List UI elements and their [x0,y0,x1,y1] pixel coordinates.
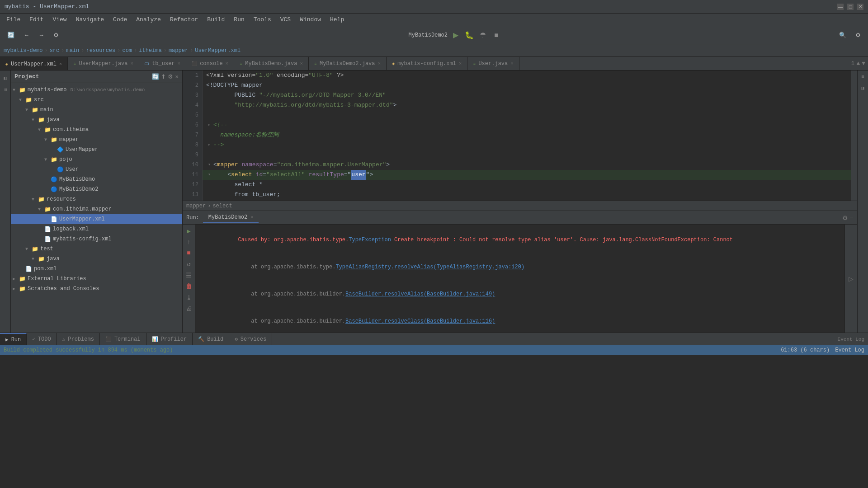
run-minimize-btn[interactable]: − [850,214,854,221]
tab-close-icon[interactable]: × [178,61,181,66]
event-log-status[interactable]: Event Log [835,347,864,353]
stop-button[interactable]: ■ [491,30,502,41]
menu-window[interactable]: Window [295,14,326,25]
link-3[interactable]: BaseBuilder.resolveClass(BaseBuilder.jav… [345,318,495,324]
tab-close-icon[interactable]: × [459,61,462,66]
tree-item-com-itheima[interactable]: ▼ 📁 com.itheima [11,125,182,135]
tab-close-icon[interactable]: × [510,61,514,66]
tab-close-icon[interactable]: × [378,61,381,66]
menu-help[interactable]: Help [326,14,349,25]
tab-close-icon[interactable]: × [59,61,62,67]
fold-btn-10[interactable]: ▾ [206,162,212,168]
bottom-tab-problems[interactable]: ⚠ Problems [57,333,100,345]
run-stop-icon[interactable]: ■ [186,249,191,258]
menu-edit[interactable]: Edit [25,14,48,25]
menu-analyze[interactable]: Analyze [132,14,165,25]
breadcrumb-item-4[interactable]: com [122,47,132,54]
tree-item-src[interactable]: ▼ 📁 src [11,95,182,105]
position-indicator[interactable]: 61:63 (6 chars) [781,347,830,353]
breadcrumb-item-7[interactable]: UserMapper.xml [195,47,241,54]
tree-item-usermapper-xml[interactable]: 📄 UserMapper.xml [11,214,182,224]
panel-settings-btn[interactable]: ⚙ [168,73,173,80]
tab-console[interactable]: ⬛ console × [186,57,234,70]
bottom-tab-build[interactable]: 🔨 Build [193,333,229,345]
structure-icon[interactable]: ≡ [3,85,8,94]
toolbar-minus-btn[interactable]: − [64,30,75,40]
coverage-button[interactable]: ☂ [477,30,488,41]
breadcrumb-item-2[interactable]: main [66,47,79,54]
close-button[interactable]: ✕ [857,4,863,10]
tree-item-mybatisdemo[interactable]: 🔵 MyBatisDemo [11,174,182,184]
tree-item-mybatis-demo[interactable]: ▼ 📁 mybatis-demo D:\workspace\mybatis-de… [11,85,182,95]
scroll-down-btn[interactable]: ▼ [862,60,865,67]
breadcrumb-item-5[interactable]: itheima [139,47,161,54]
run-print-icon[interactable]: 🖨 [185,304,193,313]
breadcrumb-item-0[interactable]: mybatis-demo [4,47,42,54]
breadcrumb-item-6[interactable]: mapper [169,47,188,54]
menu-vcs[interactable]: VCS [276,14,295,25]
code-area[interactable]: <?xml version="1.0" encoding="UTF-8" ?> … [203,70,851,201]
toolbar-sync-btn[interactable]: 🔄 [4,30,18,40]
maximize-button[interactable]: □ [847,4,854,10]
tree-item-mybatis-config-xml[interactable]: 📄 mybatis-config.xml [11,234,182,244]
run-scroll-icon[interactable]: ⤓ [185,293,193,302]
run-right-btn[interactable]: ▷ [849,274,854,284]
tree-item-resources[interactable]: ▼ 📁 resources [11,194,182,204]
menu-run[interactable]: Run [229,14,249,25]
bottom-tab-profiler[interactable]: 📊 Profiler [146,333,193,345]
editor-scrollbar[interactable] [851,70,857,201]
tab-mybatisdemo2-java[interactable]: ☕ MyBatisDemo2.java × [309,57,387,70]
tab-close-icon[interactable]: × [131,61,134,66]
tree-item-test-java[interactable]: ▼ 📁 java [11,254,182,264]
tree-item-scratches[interactable]: ▶ 📁 Scratches and Consoles [11,284,182,294]
tree-item-mybatisdemo2[interactable]: 🔵 MyBatisDemo2 [11,184,182,194]
fold-btn-6[interactable]: ▸ [206,122,212,128]
toolbar-settings-btn[interactable]: ⚙ [50,30,62,40]
link-2[interactable]: BaseBuilder.resolveAlias(BaseBuilder.jav… [345,291,495,297]
menu-build[interactable]: Build [203,14,229,25]
project-tool-icon[interactable]: ◧ [2,72,8,84]
run-output[interactable]: Caused by: org.apache.ibatis.type.TypeEx… [195,225,844,333]
tree-item-test[interactable]: ▼ 📁 test [11,244,182,254]
tab-tb-user[interactable]: 🗃 tb_user × [139,57,186,70]
toolbar-back-btn[interactable]: ← [20,30,33,40]
bottom-tab-todo[interactable]: ✓ TODO [27,333,57,345]
menu-view[interactable]: View [48,14,71,25]
tree-item-external-libs[interactable]: ▶ 📁 External Libraries [11,274,182,284]
run-rerun-icon[interactable]: ↺ [186,259,191,269]
run-clear-icon[interactable]: 🗑 [185,282,193,291]
minimize-button[interactable]: — [837,4,844,10]
tree-item-usermapper-class[interactable]: 🔷 UserMapper [11,145,182,155]
toolbar-search-btn[interactable]: 🔍 [835,30,850,40]
tab-mybatis-config-xml[interactable]: ◈ mybatis-config.xml × [387,57,467,70]
tree-item-main[interactable]: ▼ 📁 main [11,105,182,115]
panel-collapse-btn[interactable]: ⬆ [161,73,166,80]
event-log-btn[interactable]: Event Log [838,337,864,342]
tree-item-logback-xml[interactable]: 📄 logback.xml [11,224,182,234]
menu-refactor[interactable]: Refactor [165,14,203,25]
tab-mybatisdemo-java[interactable]: ☕ MyBatisDemo.java × [234,57,309,70]
tab-close-icon[interactable]: × [300,61,303,66]
menu-code[interactable]: Code [108,14,132,25]
run-filter-icon[interactable]: ☰ [185,271,193,280]
debug-button[interactable]: 🐛 [464,30,475,41]
run-tab-mybatisdemo2[interactable]: MyBatisDemo2 × [203,212,259,223]
run-tab-close[interactable]: × [250,215,253,220]
panel-sync-btn[interactable]: 🔄 [152,73,159,80]
toolbar-forward-btn[interactable]: → [35,30,48,40]
right-icon-1[interactable]: ≡ [861,72,864,81]
menu-tools[interactable]: Tools [249,14,276,25]
tab-close-icon[interactable]: × [226,61,229,66]
type-exception-link[interactable]: TypeException [349,237,391,243]
menu-navigate[interactable]: Navigate [71,14,108,25]
tab-user-java[interactable]: ☕ User.java × [467,57,519,70]
tree-item-user-class[interactable]: 🔵 User [11,164,182,174]
breadcrumb-item-3[interactable]: resources [86,47,115,54]
fold-btn-8[interactable]: ▸ [206,142,212,148]
fold-btn-11[interactable]: ▾ [206,172,212,178]
tab-usermapper-xml[interactable]: ◈ UserMapper.xml × [0,57,68,70]
run-button[interactable]: ▶ [450,30,461,41]
bottom-tab-run[interactable]: ▶ Run [0,333,27,345]
run-settings-btn[interactable]: ⚙ [842,214,848,221]
run-play-icon[interactable]: ▶ [186,226,191,236]
